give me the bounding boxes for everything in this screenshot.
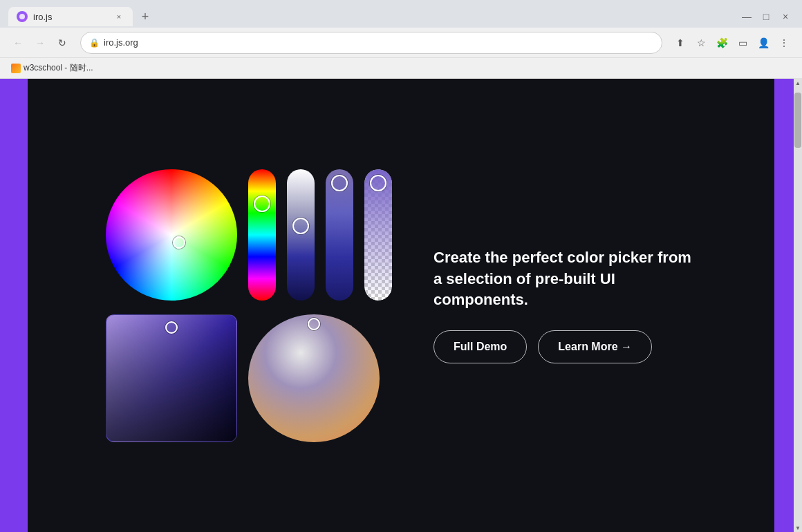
tab-title: iro.js bbox=[33, 12, 108, 22]
menu-button[interactable]: ⋮ bbox=[774, 33, 794, 53]
browser-tab[interactable]: iro.js × bbox=[8, 7, 133, 26]
title-bar: iro.js × + — □ × bbox=[0, 0, 802, 28]
toolbar-actions: ⬆ ☆ 🧩 ▭ 👤 ⋮ bbox=[671, 33, 794, 53]
picker-components bbox=[106, 169, 392, 442]
new-tab-button[interactable]: + bbox=[136, 7, 155, 26]
forward-button[interactable]: → bbox=[30, 33, 50, 53]
content-area: Create the perfect color picker from a s… bbox=[50, 155, 752, 456]
lightness-slider[interactable] bbox=[287, 169, 315, 301]
lock-icon: 🔒 bbox=[89, 38, 100, 48]
circle-color-wheel[interactable] bbox=[248, 314, 380, 442]
address-bar[interactable]: 🔒 iro.js.org bbox=[80, 32, 662, 54]
hue-slider-container bbox=[248, 169, 276, 301]
extensions-button[interactable]: 🧩 bbox=[712, 33, 731, 53]
top-row bbox=[106, 169, 392, 301]
bookmark-label: w3cschool - 随时... bbox=[24, 62, 93, 74]
window-controls: — □ × bbox=[738, 8, 794, 25]
browser-toolbar: ← → ↻ 🔒 iro.js.org ⬆ ☆ 🧩 ▭ 👤 ⋮ bbox=[0, 28, 802, 58]
page-content: ▲ ▼ bbox=[0, 79, 802, 532]
lightness-slider-handle[interactable] bbox=[292, 218, 309, 234]
buttons-row: Full Demo Learn More → bbox=[433, 330, 696, 363]
learn-more-button[interactable]: Learn More → bbox=[538, 330, 652, 363]
saturation-slider-handle[interactable] bbox=[331, 175, 348, 191]
hue-slider[interactable] bbox=[248, 169, 276, 301]
svg-point-0 bbox=[19, 14, 25, 19]
bottom-row bbox=[106, 314, 380, 442]
bookmarks-bar: w3cschool - 随时... bbox=[0, 58, 802, 79]
lightness-slider-container bbox=[287, 169, 315, 301]
hue-slider-handle[interactable] bbox=[254, 196, 270, 212]
box-picker[interactable] bbox=[106, 314, 237, 442]
close-window-button[interactable]: × bbox=[777, 8, 794, 25]
maximize-button[interactable]: □ bbox=[758, 8, 774, 25]
scrollbar-thumb[interactable] bbox=[794, 93, 801, 148]
alpha-slider[interactable] bbox=[364, 169, 392, 301]
box-picker-handle[interactable] bbox=[165, 321, 178, 334]
profile-button[interactable]: 👤 bbox=[754, 33, 773, 53]
reload-button[interactable]: ↻ bbox=[53, 33, 72, 53]
alpha-slider-handle[interactable] bbox=[370, 175, 386, 191]
saturation-slider-container bbox=[326, 169, 353, 301]
tab-close-button[interactable]: × bbox=[113, 11, 124, 22]
full-demo-button[interactable]: Full Demo bbox=[433, 330, 527, 363]
scroll-up-arrow[interactable]: ▲ bbox=[794, 79, 802, 87]
wheel-handle[interactable] bbox=[173, 236, 185, 249]
wheel-gradient bbox=[106, 169, 237, 301]
back-button[interactable]: ← bbox=[8, 33, 28, 53]
browser-chrome: iro.js × + — □ × ← → ↻ 🔒 iro.js.org ⬆ ☆ … bbox=[0, 0, 802, 79]
circle-wheel-handle[interactable] bbox=[308, 318, 320, 330]
bookmark-item-w3cschool[interactable]: w3cschool - 随时... bbox=[8, 61, 96, 75]
saturation-slider[interactable] bbox=[326, 169, 353, 301]
tab-favicon bbox=[17, 11, 28, 22]
address-text: iro.js.org bbox=[104, 37, 138, 48]
text-section: Create the perfect color picker from a s… bbox=[433, 247, 696, 363]
bookmark-star-button[interactable]: ☆ bbox=[691, 33, 711, 53]
minimize-button[interactable]: — bbox=[738, 8, 755, 25]
sidebar-button[interactable]: ▭ bbox=[733, 33, 752, 53]
bookmark-favicon bbox=[11, 64, 21, 73]
alpha-slider-container bbox=[364, 169, 392, 301]
scrollbar[interactable]: ▲ ▼ bbox=[794, 79, 802, 532]
color-wheel[interactable] bbox=[106, 169, 237, 301]
share-button[interactable]: ⬆ bbox=[671, 33, 690, 53]
scroll-down-arrow[interactable]: ▼ bbox=[794, 524, 802, 532]
tagline: Create the perfect color picker from a s… bbox=[433, 247, 696, 311]
